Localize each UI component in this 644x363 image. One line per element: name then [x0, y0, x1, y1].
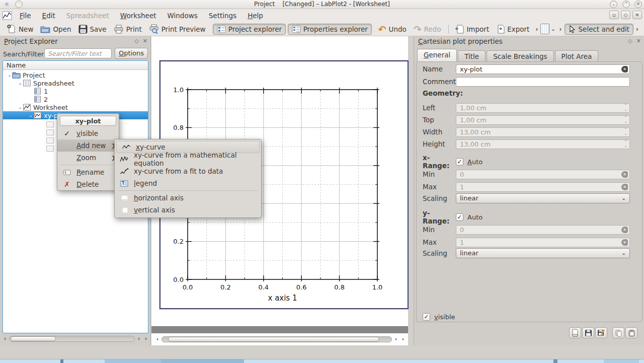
tab-scale-breakings[interactable]: Scale Breakings [487, 50, 553, 61]
dock-float-icon[interactable]: ◇ [134, 38, 138, 44]
dock-float-icon[interactable]: ◇ [628, 38, 632, 44]
tree-row-axis-stub[interactable] [46, 129, 54, 135]
scroll-left-icon[interactable]: ‹ [2, 335, 8, 342]
tree-row-axis-stub[interactable] [46, 146, 54, 152]
project-explorer-icon [217, 25, 226, 33]
tab-plot-area[interactable]: Plot Area [555, 50, 599, 61]
tree-row-spreadsheet[interactable]: ⌄ Spreadsheet [3, 79, 148, 87]
mdi-restore-button[interactable]: ▫ [609, 11, 619, 19]
tab-general[interactable]: General [417, 49, 457, 61]
toolbar-overflow-chevron[interactable]: › [633, 26, 641, 33]
svg-text:1.0: 1.0 [372, 283, 383, 291]
spin-arrows-icon: ⌃⌄ [624, 116, 627, 124]
menu-item-visible[interactable]: ✓ visible [57, 127, 119, 139]
import-button[interactable]: Import [452, 24, 493, 35]
save-template-button[interactable] [582, 327, 594, 338]
grid-style-swatch[interactable] [540, 24, 549, 34]
menu-item-rename[interactable]: Rename [57, 166, 119, 178]
open-folder-icon [40, 25, 50, 34]
scroll-left-icon[interactable]: ‹ [154, 336, 160, 342]
tree-row-project[interactable]: ⌄ Project [3, 71, 148, 79]
mdi-close-button[interactable]: ✕ [632, 11, 642, 19]
submenu-item-vertical-axis[interactable]: vertical axis [115, 204, 261, 216]
spin-arrows-icon: ⌃⌄ [624, 128, 627, 136]
scroll-right-icon[interactable]: › [400, 336, 406, 342]
expand-arrow-icon[interactable]: ⌄ [28, 113, 33, 118]
comment-input[interactable] [456, 77, 630, 87]
tree-row-column-1[interactable]: 1 [3, 87, 148, 95]
mdi-float-button[interactable]: ◇ [621, 11, 630, 19]
menu-item-add-new[interactable]: Add new ❯ [57, 139, 119, 152]
menu-windows[interactable]: Windows [162, 10, 203, 22]
dock-close-icon[interactable]: ✕ [636, 38, 641, 44]
y-auto-checkbox[interactable]: ✓ [456, 213, 463, 221]
menu-file[interactable]: File [14, 10, 37, 22]
close-button[interactable]: ✕ [634, 1, 642, 8]
visible-checkbox[interactable]: ✓ [423, 313, 430, 321]
save-as-template-button[interactable] [595, 327, 607, 338]
menu-worksheet[interactable]: Worksheet [115, 10, 162, 22]
menu-settings[interactable]: Settings [203, 10, 242, 22]
submenu-item-xy-curve-equation[interactable]: ≡ xy-curve from a mathematical equation [115, 153, 261, 165]
select-and-edit-toggle[interactable]: Select and edit [565, 24, 634, 35]
print-preview-button[interactable]: Print Preview [145, 23, 209, 35]
expand-arrow-icon[interactable]: ⌄ [18, 81, 23, 86]
export-button[interactable]: Export [493, 24, 533, 35]
options-button[interactable]: Options [115, 48, 148, 59]
new-button[interactable]: New [3, 23, 37, 35]
scroll-left-icon[interactable]: ‹ [393, 336, 399, 342]
tab-title[interactable]: Title [458, 50, 486, 61]
tree-row-axis-stub[interactable] [46, 137, 54, 143]
project-explorer-toggle[interactable]: Project explorer [213, 24, 286, 35]
maximize-button[interactable]: ⌃ [622, 1, 630, 8]
x-scaling-combobox[interactable]: linear ⌄ [456, 193, 630, 203]
undo-button[interactable]: ↶Undo [375, 24, 410, 34]
search-input[interactable] [44, 48, 112, 58]
paste-icon [628, 329, 635, 337]
clear-text-icon[interactable]: ✕ [621, 66, 628, 72]
scroll-left-icon[interactable]: ‹ [136, 335, 142, 342]
expand-arrow-icon[interactable]: ⌄ [7, 72, 12, 78]
toolbar-overflow-chevron[interactable]: › [533, 26, 540, 33]
scrollbar-thumb[interactable] [11, 336, 56, 341]
tree-row-axis-stub[interactable] [46, 121, 54, 127]
name-input[interactable] [456, 64, 630, 74]
tree-row-worksheet[interactable]: ⌄ Worksheet [3, 103, 148, 111]
toolbar-overflow-chevron[interactable]: › [557, 26, 565, 33]
scrollbar-track[interactable] [9, 336, 135, 342]
submenu-item-legend[interactable]: T legend [115, 177, 261, 189]
properties-explorer-toggle[interactable]: Properties explorer [288, 24, 372, 35]
xy-curve-fit-icon [119, 168, 130, 175]
y-scaling-combobox[interactable]: linear ⌄ [456, 248, 630, 258]
minimize-button[interactable]: ⌄ [610, 1, 617, 8]
menu-item-delete[interactable]: ✗ Delete [57, 178, 119, 190]
column-icon [33, 88, 42, 95]
scrollbar-track[interactable] [162, 336, 392, 342]
load-template-button[interactable] [569, 327, 581, 338]
dock-close-icon[interactable]: ✕ [143, 38, 147, 44]
explorer-hscrollbar[interactable]: ‹ ‹ › [2, 335, 149, 342]
worksheet-hscrollbar[interactable]: ‹ ‹ › [154, 336, 406, 342]
menu-item-zoom[interactable]: Zoom ❯ [57, 152, 119, 164]
tree-header-name[interactable]: Name [3, 61, 148, 70]
tree-row-column-2[interactable]: 2 [3, 95, 148, 103]
x-auto-checkbox[interactable]: ✓ [456, 158, 463, 166]
open-button[interactable]: Open [37, 24, 74, 35]
paste-button[interactable] [625, 327, 637, 338]
print-button[interactable]: Print [110, 24, 145, 35]
svg-text:T: T [122, 181, 125, 186]
svg-text:1.0: 1.0 [173, 86, 184, 94]
svg-text:0.0: 0.0 [183, 283, 193, 291]
save-button[interactable]: Save [75, 24, 110, 35]
copy-button[interactable] [612, 327, 624, 338]
scroll-right-icon[interactable]: › [143, 335, 149, 342]
menu-edit[interactable]: Edit [37, 10, 61, 22]
chevron-down-icon[interactable]: ⌄ [549, 26, 556, 32]
scrollbar-thumb[interactable] [168, 337, 379, 342]
import-icon [455, 25, 464, 34]
x-max-input [456, 182, 630, 192]
submenu-item-xy-curve-fit[interactable]: xy-curve from a fit to data [115, 165, 261, 177]
expand-arrow-icon[interactable]: ⌄ [18, 105, 23, 110]
submenu-item-horizontal-axis[interactable]: horizontal axis [115, 192, 261, 204]
menu-help[interactable]: Help [242, 10, 269, 22]
